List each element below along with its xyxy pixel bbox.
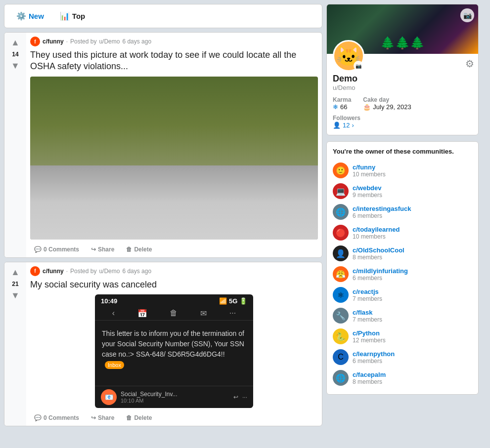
followers-count[interactable]: 👤 12 › bbox=[333, 122, 472, 129]
community-item-2[interactable]: 🌐 c/interestingasfuck 6 members bbox=[333, 202, 472, 222]
comm-members-2: 6 members bbox=[353, 212, 411, 219]
comm-info-5: c/mildlyinfuriating 6 members bbox=[353, 267, 408, 282]
comm-name-3: c/todayilearned bbox=[353, 226, 400, 233]
upvote-btn-1[interactable]: ▲ bbox=[8, 37, 23, 49]
communities-list: 🙂 c/funny 10 members 💻 c/webdev 9 member… bbox=[333, 160, 472, 388]
comm-avatar-5: 😤 bbox=[333, 266, 349, 282]
top-button[interactable]: 📊 Top bbox=[55, 8, 90, 24]
followers-row: Followers bbox=[333, 115, 472, 122]
phone-body-text: This letter is to inform you of the term… bbox=[102, 329, 244, 358]
downvote-btn-2[interactable]: ▼ bbox=[8, 289, 23, 302]
share-btn-1[interactable]: ↪ Share bbox=[87, 244, 118, 255]
phone-status-bar: 10:49 📶 5G 🔋 bbox=[95, 294, 253, 307]
comm-name-7: c/flask bbox=[353, 309, 382, 316]
back-icon: ‹ bbox=[112, 309, 115, 318]
followers-number: 12 bbox=[343, 122, 350, 129]
vote-col-1: ▲ 14 ▼ bbox=[4, 33, 26, 257]
comments-btn-2[interactable]: 💬 0 Comments bbox=[30, 412, 83, 424]
followers-chevron: › bbox=[352, 122, 354, 129]
downvote-btn-1[interactable]: ▼ bbox=[8, 60, 23, 72]
karma-label: Karma bbox=[333, 96, 351, 103]
delete-icon-2: 🗑 bbox=[126, 414, 132, 421]
community-item-1[interactable]: 💻 c/webdev 9 members bbox=[333, 181, 472, 202]
post-title-2: My social security was canceled bbox=[30, 279, 318, 290]
share-btn-2[interactable]: ↪ Share bbox=[87, 412, 118, 424]
comm-members-0: 10 members bbox=[353, 171, 386, 178]
settings-button[interactable]: ⚙ bbox=[465, 58, 474, 70]
comm-info-2: c/interestingasfuck 6 members bbox=[353, 205, 411, 219]
new-button[interactable]: ⚙️ New bbox=[11, 8, 49, 24]
comm-info-8: c/Python 12 members bbox=[353, 329, 386, 344]
avatar-wrapper: 🐱 📷 bbox=[333, 40, 364, 72]
post-author-2[interactable]: u/Demo bbox=[99, 268, 120, 275]
community-item-5[interactable]: 😤 c/mildlyinfuriating 6 members bbox=[333, 264, 472, 285]
community-name-1[interactable]: c/funny bbox=[43, 38, 64, 45]
comm-name-1: c/webdev bbox=[353, 184, 382, 192]
sent-time: 10:10 AM bbox=[121, 398, 178, 404]
top-icon: 📊 bbox=[60, 11, 70, 21]
delete-icon-1: 🗑 bbox=[126, 246, 132, 253]
community-item-6[interactable]: ⚛ c/reactjs 7 members bbox=[333, 285, 472, 305]
comm-avatar-1: 💻 bbox=[333, 183, 349, 199]
community-item-7[interactable]: 🔧 c/flask 7 members bbox=[333, 305, 472, 326]
comments-label-2: 0 Comments bbox=[44, 414, 79, 421]
cake-day-value: 🎂 July 29, 2023 bbox=[363, 103, 411, 111]
delete-btn-2[interactable]: 🗑 Delete bbox=[122, 412, 156, 424]
vote-count-1: 14 bbox=[12, 51, 18, 58]
comm-name-4: c/OldSchoolCool bbox=[353, 246, 404, 254]
community-item-0[interactable]: 🙂 c/funny 10 members bbox=[333, 160, 472, 181]
comm-name-9: c/learnpython bbox=[353, 350, 395, 358]
community-item-9[interactable]: C c/learnpython 6 members bbox=[333, 347, 472, 367]
community-name-2[interactable]: c/funny bbox=[43, 268, 64, 275]
sender-avatar: 📧 bbox=[101, 389, 117, 405]
upvote-btn-2[interactable]: ▲ bbox=[8, 266, 23, 279]
community-item-4[interactable]: 👤 c/OldSchoolCool 8 members bbox=[333, 243, 472, 264]
followers-icon: 👤 bbox=[333, 122, 341, 129]
comm-name-5: c/mildlyinfuriating bbox=[353, 267, 408, 275]
communities-section-title: You're the owner of these communities. bbox=[333, 148, 472, 155]
community-item-8[interactable]: 🐍 c/Python 12 members bbox=[333, 326, 472, 347]
avatar-camera-icon[interactable]: 📷 bbox=[354, 61, 363, 71]
profile-info-section: 🐱 📷 ⚙ Demo u/Demo Karma ❄ 66 Cake day bbox=[327, 54, 478, 135]
comments-icon-2: 💬 bbox=[34, 414, 42, 421]
community-item-10[interactable]: 🌐 c/facepalm 8 members bbox=[333, 367, 472, 388]
comm-info-1: c/webdev 9 members bbox=[353, 184, 382, 199]
community-item-3[interactable]: 🔴 c/todayilearned 10 members bbox=[333, 222, 472, 243]
post-card-1: ▲ 14 ▼ f c/funny · Posted by u/Demo 6 da… bbox=[4, 32, 322, 258]
karma-stat: Karma ❄ 66 bbox=[333, 96, 351, 111]
vote-col-2: ▲ 21 ▼ bbox=[4, 262, 26, 426]
comm-name-6: c/reactjs bbox=[353, 288, 382, 295]
comm-avatar-9: C bbox=[333, 349, 349, 365]
share-label-2: Share bbox=[98, 414, 114, 421]
comm-avatar-8: 🐍 bbox=[333, 328, 349, 344]
community-avatar-2: f bbox=[30, 266, 40, 276]
communities-card: You're the owner of these communities. 🙂… bbox=[326, 141, 479, 395]
delete-label-1: Delete bbox=[134, 246, 152, 253]
post-title-1: They used this picture at work today to … bbox=[30, 49, 318, 73]
comm-info-10: c/facepalm 8 members bbox=[353, 371, 386, 385]
karma-value: ❄ 66 bbox=[333, 103, 351, 111]
comments-icon-1: 💬 bbox=[34, 246, 42, 253]
post-actions-1: 💬 0 Comments ↪ Share 🗑 Delete bbox=[30, 244, 318, 255]
reply-icon: ↩ bbox=[233, 394, 238, 401]
comm-avatar-0: 🙂 bbox=[333, 163, 349, 178]
inbox-badge: Inbox bbox=[105, 361, 124, 369]
comm-name-0: c/funny bbox=[353, 163, 386, 171]
delete-btn-1[interactable]: 🗑 Delete bbox=[122, 244, 156, 255]
banner-camera-icon[interactable]: 📷 bbox=[460, 8, 474, 22]
comments-btn-1[interactable]: 💬 0 Comments bbox=[30, 244, 83, 255]
vote-count-2: 21 bbox=[12, 281, 18, 287]
comm-members-6: 7 members bbox=[353, 295, 382, 302]
comm-name-8: c/Python bbox=[353, 329, 386, 337]
delete-label-2: Delete bbox=[134, 414, 152, 421]
comm-members-8: 12 members bbox=[353, 337, 386, 344]
post-author-1[interactable]: u/Demo bbox=[99, 38, 120, 45]
profile-username: u/Demo bbox=[333, 84, 472, 91]
share-icon-2: ↪ bbox=[91, 414, 96, 421]
comm-members-7: 7 members bbox=[353, 316, 382, 323]
comm-avatar-10: 🌐 bbox=[333, 370, 349, 386]
comm-avatar-3: 🔴 bbox=[333, 225, 349, 241]
karma-icon: ❄ bbox=[333, 103, 338, 111]
top-label: Top bbox=[72, 12, 85, 20]
post-content-2: f c/funny · Posted by u/Demo 6 days ago … bbox=[26, 262, 322, 426]
